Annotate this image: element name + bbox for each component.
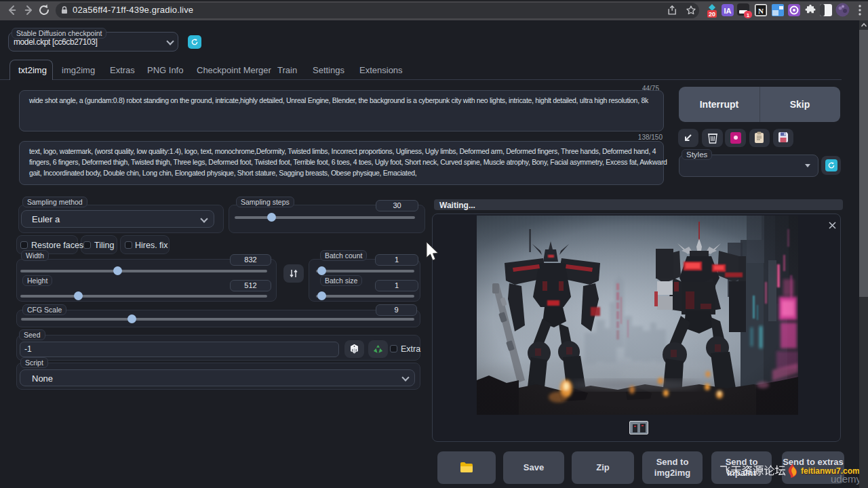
svg-text:20: 20	[709, 11, 715, 18]
svg-text:N: N	[758, 7, 764, 15]
svg-text:IA: IA	[724, 7, 732, 15]
svg-text:1: 1	[747, 12, 750, 18]
